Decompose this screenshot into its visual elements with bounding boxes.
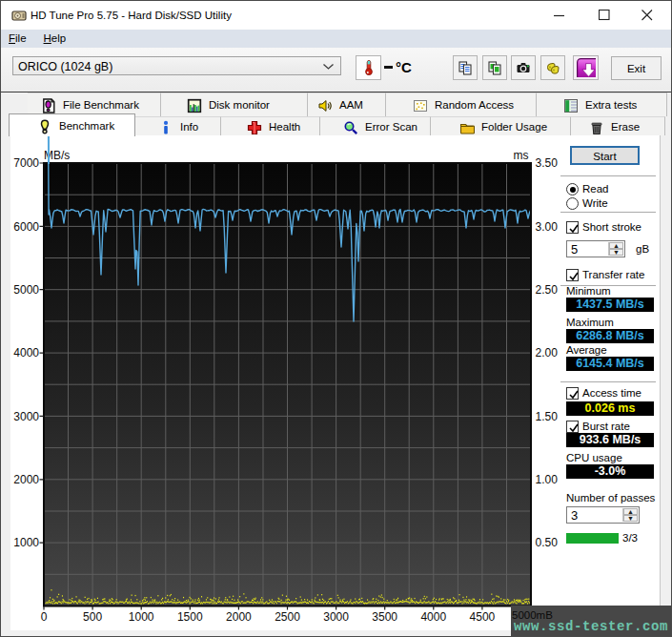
svg-text:2500: 2500: [275, 610, 300, 624]
svg-text:ms: ms: [514, 149, 529, 162]
svg-text:1000: 1000: [129, 610, 154, 624]
svg-text:2000: 2000: [226, 610, 252, 624]
svg-text:2000: 2000: [13, 473, 39, 486]
svg-text:1.00: 1.00: [536, 473, 559, 486]
svg-text:1.50: 1.50: [536, 410, 559, 423]
svg-text:1500: 1500: [177, 610, 203, 624]
svg-text:3500: 3500: [372, 610, 397, 624]
svg-text:500: 500: [83, 610, 102, 624]
svg-text:3.00: 3.00: [536, 220, 559, 234]
svg-text:1000: 1000: [13, 536, 39, 549]
svg-text:4500: 4500: [470, 610, 496, 624]
svg-text:0: 0: [41, 610, 48, 624]
svg-text:3000: 3000: [323, 610, 349, 624]
svg-text:7000: 7000: [13, 156, 39, 170]
svg-text:3000: 3000: [13, 410, 39, 423]
svg-text:5000: 5000: [13, 283, 39, 297]
svg-text:2.00: 2.00: [536, 346, 559, 360]
svg-text:0.50: 0.50: [536, 536, 559, 549]
svg-text:2.50: 2.50: [536, 283, 559, 297]
svg-text:6000: 6000: [13, 220, 39, 234]
svg-text:4000: 4000: [13, 346, 39, 360]
svg-text:4000: 4000: [420, 610, 446, 624]
svg-text:3.50: 3.50: [536, 156, 559, 170]
